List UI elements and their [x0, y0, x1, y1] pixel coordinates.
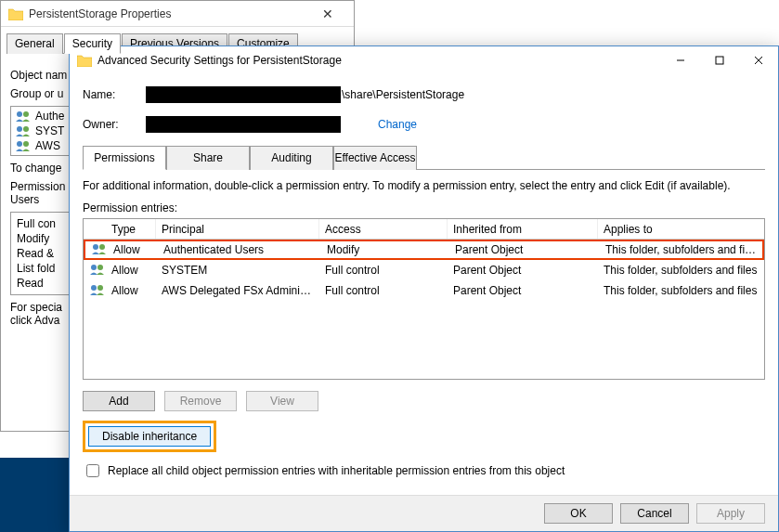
- cell-applies: This folder, subfolders and files: [598, 264, 764, 277]
- table-row[interactable]: AllowAWS Delegated FSx Administr...Full …: [84, 280, 764, 301]
- cell-principal: AWS Delegated FSx Administr...: [156, 284, 319, 297]
- col-applies[interactable]: Applies to: [598, 219, 764, 239]
- svg-point-15: [97, 285, 103, 291]
- tab-general[interactable]: General: [6, 33, 63, 54]
- desktop-background: [0, 458, 70, 532]
- cell-access: Full control: [319, 264, 448, 277]
- dialog-footer: OK Cancel Apply: [70, 495, 778, 531]
- name-redacted: [146, 86, 341, 103]
- svg-point-1: [23, 111, 29, 117]
- properties-close-button[interactable]: ✕: [309, 6, 346, 21]
- tab-security[interactable]: Security: [64, 33, 121, 54]
- folder-icon: [8, 7, 23, 20]
- svg-point-5: [23, 141, 29, 147]
- change-owner-link[interactable]: Change: [378, 118, 417, 131]
- disable-inheritance-highlight: Disable inheritance: [83, 421, 216, 452]
- col-type[interactable]: Type: [106, 219, 156, 239]
- minimize-button[interactable]: [661, 46, 700, 74]
- col-access[interactable]: Access: [319, 219, 448, 239]
- view-button: View: [246, 391, 318, 411]
- cell-type: Allow: [106, 284, 156, 297]
- table-row[interactable]: AllowAuthenticated UsersModifyParent Obj…: [84, 240, 764, 260]
- svg-point-4: [17, 141, 22, 147]
- advanced-tabs: Permissions Share Auditing Effective Acc…: [83, 145, 765, 170]
- tab-permissions[interactable]: Permissions: [83, 146, 166, 170]
- permission-entries-table[interactable]: Type Principal Access Inherited from App…: [83, 218, 765, 380]
- cell-type: Allow: [108, 243, 158, 256]
- cell-inherited: Parent Object: [449, 243, 600, 256]
- users-icon: [89, 264, 106, 275]
- advanced-title: Advanced Security Settings for Persisten…: [97, 54, 661, 67]
- name-row: Name: \share\PersistentStorage: [83, 85, 765, 104]
- users-icon: [15, 125, 32, 136]
- svg-point-14: [91, 285, 97, 291]
- cell-access: Modify: [321, 243, 449, 256]
- owner-row: Owner: Change: [83, 115, 765, 134]
- entries-label: Permission entries:: [83, 201, 765, 214]
- svg-point-2: [17, 126, 22, 132]
- table-header: Type Principal Access Inherited from App…: [84, 219, 764, 240]
- properties-titlebar: PersistentStorage Properties ✕: [1, 1, 354, 27]
- add-button[interactable]: Add: [83, 391, 155, 411]
- users-icon: [91, 243, 108, 254]
- cell-applies: This folder, subfolders and files: [598, 284, 764, 297]
- advanced-security-dialog: Advanced Security Settings for Persisten…: [69, 45, 779, 532]
- svg-rect-7: [716, 57, 723, 64]
- users-icon: [15, 110, 32, 122]
- col-inherited[interactable]: Inherited from: [448, 219, 598, 239]
- replace-children-label: Replace all child object permission entr…: [108, 464, 565, 477]
- owner-label: Owner:: [83, 118, 146, 131]
- tab-auditing[interactable]: Auditing: [250, 146, 333, 170]
- svg-point-10: [93, 244, 98, 250]
- apply-button: Apply: [696, 503, 765, 524]
- svg-point-3: [23, 126, 29, 132]
- remove-button: Remove: [164, 391, 237, 411]
- advanced-titlebar: Advanced Security Settings for Persisten…: [70, 46, 778, 74]
- replace-children-checkbox[interactable]: [86, 464, 99, 477]
- replace-children-row: Replace all child object permission entr…: [83, 461, 765, 480]
- table-row[interactable]: AllowSYSTEMFull controlParent ObjectThis…: [84, 260, 764, 280]
- name-path: \share\PersistentStorage: [342, 88, 464, 101]
- cell-principal: Authenticated Users: [158, 243, 321, 256]
- users-icon: [89, 284, 106, 295]
- svg-point-0: [17, 111, 22, 117]
- cell-type: Allow: [106, 264, 156, 277]
- cell-applies: This folder, subfolders and files: [600, 243, 762, 256]
- svg-point-11: [99, 244, 105, 250]
- users-icon: [15, 140, 32, 151]
- cancel-button[interactable]: Cancel: [620, 503, 689, 524]
- tab-share[interactable]: Share: [166, 146, 250, 170]
- owner-redacted: [146, 116, 341, 133]
- close-button[interactable]: [739, 46, 778, 74]
- instructions-text: For additional information, double-click…: [83, 179, 765, 192]
- disable-inheritance-button[interactable]: Disable inheritance: [88, 426, 211, 447]
- folder-icon: [77, 54, 92, 67]
- properties-title: PersistentStorage Properties: [29, 7, 309, 20]
- svg-point-12: [91, 265, 97, 270]
- svg-point-13: [97, 265, 103, 270]
- ok-button[interactable]: OK: [544, 503, 613, 524]
- cell-inherited: Parent Object: [448, 284, 598, 297]
- entry-buttons: Add Remove View: [83, 391, 765, 411]
- maximize-button[interactable]: [700, 46, 739, 74]
- name-label: Name:: [83, 88, 146, 101]
- col-principal[interactable]: Principal: [156, 219, 319, 239]
- cell-access: Full control: [319, 284, 448, 297]
- cell-principal: SYSTEM: [156, 264, 319, 277]
- cell-inherited: Parent Object: [448, 264, 598, 277]
- permissions-panel: For additional information, double-click…: [83, 170, 765, 480]
- tab-effective-access[interactable]: Effective Access: [333, 146, 417, 170]
